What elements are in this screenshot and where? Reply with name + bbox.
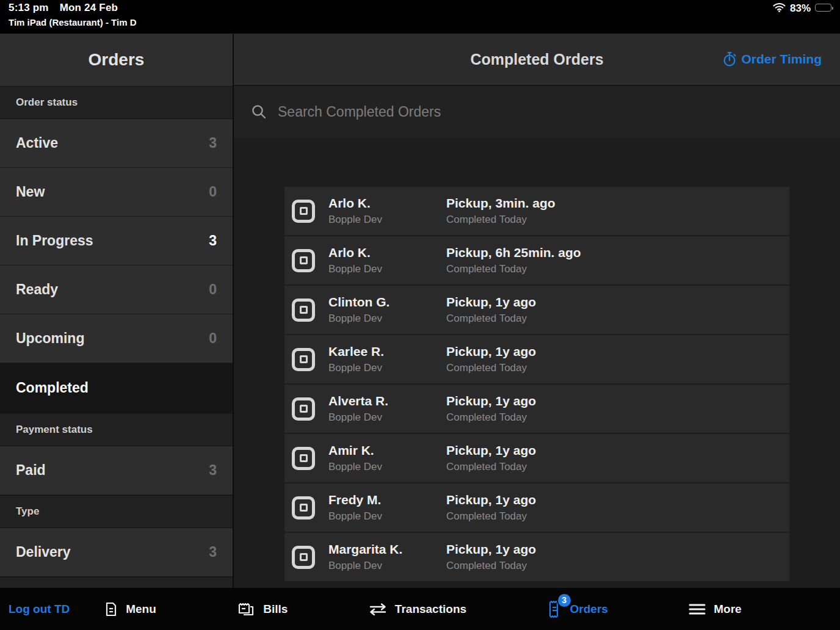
- square-logo-icon: [292, 299, 315, 322]
- customer-name: Arlo K.: [328, 245, 446, 260]
- order-status: Pickup, 1y ago: [446, 542, 536, 557]
- menu-docket-icon: [104, 601, 118, 618]
- order-completed-label: Completed Today: [446, 313, 536, 325]
- square-logo-icon: [292, 348, 315, 371]
- sidebar-item[interactable]: Order status: [0, 86, 233, 119]
- search-input[interactable]: [278, 104, 823, 120]
- square-logo-icon: [292, 249, 315, 272]
- battery-icon: [815, 4, 831, 12]
- sidebar-header: Orders: [0, 34, 233, 86]
- order-row[interactable]: Fredy M. Bopple Dev Pickup, 1y ago Compl…: [284, 483, 789, 533]
- sidebar-item[interactable]: Active 3: [0, 119, 233, 168]
- order-status: Pickup, 6h 25min. ago: [446, 245, 581, 260]
- venue-name: Bopple Dev: [328, 560, 446, 572]
- logout-button[interactable]: Log out TD: [9, 603, 70, 616]
- venue-name: Bopple Dev: [328, 313, 446, 325]
- sidebar-item-label: Order status: [16, 96, 78, 109]
- sidebar-item-count: 3: [209, 544, 217, 560]
- sidebar-item-count: 3: [209, 233, 217, 249]
- customer-name: Margarita K.: [328, 542, 446, 557]
- sidebar-item-count: 0: [209, 281, 217, 298]
- sidebar-item-label: Paid: [16, 462, 46, 479]
- order-status: Pickup, 3min. ago: [446, 196, 556, 211]
- sidebar-item-label: Upcoming: [16, 330, 84, 347]
- order-row[interactable]: Amir K. Bopple Dev Pickup, 1y ago Comple…: [284, 434, 789, 483]
- orders-content: Arlo K. Bopple Dev Pickup, 3min. ago Com…: [234, 137, 840, 588]
- venue-name: Bopple Dev: [328, 510, 446, 523]
- venue-name: Bopple Dev: [328, 263, 446, 275]
- sidebar-item-label: Payment status: [16, 424, 93, 436]
- sidebar-item[interactable]: Ready 0: [0, 266, 233, 314]
- transfer-arrows-icon: [369, 603, 387, 616]
- order-completed-label: Completed Today: [446, 560, 536, 572]
- sidebar-item-label: Active: [16, 135, 58, 151]
- customer-name: Arlo K.: [328, 196, 446, 211]
- venue-name: Bopple Dev: [328, 362, 446, 374]
- order-row[interactable]: Arlo K. Bopple Dev Pickup, 3min. ago Com…: [284, 187, 789, 236]
- sidebar-item[interactable]: Paid 3: [0, 446, 233, 495]
- sidebar-item-label: New: [16, 184, 45, 200]
- sidebar-item-count: 3: [209, 135, 217, 151]
- sidebar-item[interactable]: Delivery 3: [0, 528, 233, 577]
- sidebar-item-count: 3: [209, 462, 217, 479]
- venue-name: Bopple Dev: [328, 461, 446, 473]
- wifi-icon: [773, 2, 786, 12]
- tab-bills[interactable]: Bills: [237, 601, 288, 617]
- customer-name: Alverta R.: [328, 394, 446, 408]
- order-completed-label: Completed Today: [446, 362, 536, 374]
- sidebar-item-count: 0: [209, 184, 217, 200]
- stopwatch-icon: [722, 51, 737, 67]
- date: Mon 24 Feb: [60, 2, 118, 13]
- bottom-tab-bar: Log out TD Menu: [0, 588, 840, 630]
- clock: 5:13 pm: [9, 2, 49, 13]
- square-logo-icon: [292, 200, 315, 223]
- order-status: Pickup, 1y ago: [446, 344, 536, 359]
- order-status: Pickup, 1y ago: [446, 295, 536, 310]
- completed-orders-list: Arlo K. Bopple Dev Pickup, 3min. ago Com…: [284, 187, 789, 588]
- order-row[interactable]: Clinton G. Bopple Dev Pickup, 1y ago Com…: [284, 286, 789, 335]
- tab-more[interactable]: More: [689, 603, 741, 616]
- orders-receipt-icon: 3: [548, 600, 562, 618]
- order-row[interactable]: Margarita K. Bopple Dev Pickup, 1y ago C…: [284, 533, 789, 582]
- search-bar: [234, 86, 840, 137]
- order-row[interactable]: Arlo K. Bopple Dev Pickup, 6h 25min. ago…: [284, 236, 789, 286]
- sidebar-item[interactable]: Upcoming 0: [0, 314, 233, 363]
- customer-name: Fredy M.: [328, 493, 446, 507]
- order-status: Pickup, 1y ago: [446, 443, 536, 458]
- bills-receipt-icon: [237, 601, 255, 617]
- sidebar-item-count: 0: [209, 330, 217, 347]
- venue-name: Bopple Dev: [328, 214, 446, 226]
- tab-menu[interactable]: Menu: [104, 601, 156, 618]
- tab-transactions[interactable]: Transactions: [369, 603, 466, 616]
- sidebar-item-label: Delivery: [16, 544, 71, 560]
- tab-orders[interactable]: 3 Orders: [548, 600, 608, 618]
- search-icon: [251, 104, 267, 120]
- order-row[interactable]: Karlee R. Bopple Dev Pickup, 1y ago Comp…: [284, 335, 789, 385]
- main-header: Completed Orders Order Timing: [234, 34, 840, 86]
- sidebar-item[interactable]: Completed: [0, 363, 233, 413]
- order-completed-label: Completed Today: [446, 263, 581, 275]
- sidebar-item-label: Ready: [16, 281, 58, 298]
- order-status: Pickup, 1y ago: [446, 493, 536, 507]
- battery-percent: 83%: [790, 2, 811, 15]
- venue-name: Bopple Dev: [328, 411, 446, 424]
- order-row[interactable]: Alverta R. Bopple Dev Pickup, 1y ago Com…: [284, 385, 789, 434]
- sidebar-item-label: Type: [16, 505, 39, 518]
- customer-name: Clinton G.: [328, 295, 446, 310]
- square-logo-icon: [292, 447, 315, 470]
- sidebar-title: Orders: [89, 50, 145, 70]
- hamburger-icon: [689, 603, 706, 615]
- sidebar-item[interactable]: Payment status: [0, 413, 233, 446]
- sidebar-item-label: In Progress: [16, 233, 93, 249]
- sidebar-item[interactable]: Type: [0, 495, 233, 528]
- screen: 5:13 pmMon 24 Feb Tim iPad (Restaurant) …: [0, 0, 840, 630]
- order-status: Pickup, 1y ago: [446, 394, 536, 408]
- sidebar-item[interactable]: New 0: [0, 168, 233, 217]
- sidebar-item[interactable]: In Progress 3: [0, 217, 233, 266]
- square-logo-icon: [292, 496, 315, 520]
- customer-name: Amir K.: [328, 443, 446, 458]
- order-timing-button[interactable]: Order Timing: [722, 34, 822, 85]
- order-timing-label: Order Timing: [742, 52, 822, 67]
- completed-orders-panel: Completed Orders Order Timing: [234, 34, 840, 588]
- order-completed-label: Completed Today: [446, 214, 556, 226]
